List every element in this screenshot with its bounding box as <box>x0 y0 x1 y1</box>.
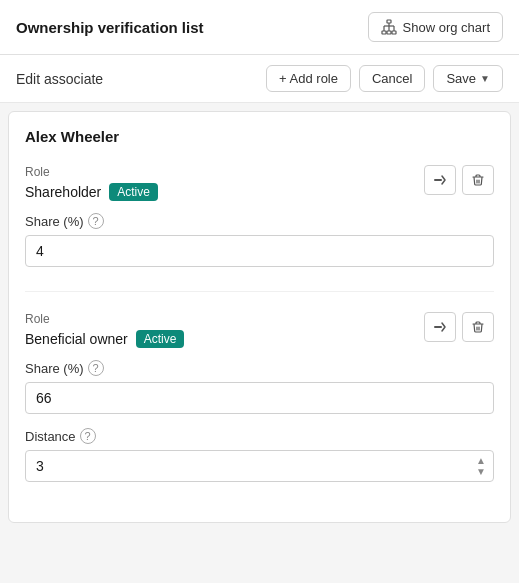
role-value-beneficial-owner: Beneficial owner <box>25 331 128 347</box>
svg-rect-10 <box>434 326 442 328</box>
share-help-icon-1: ? <box>88 213 104 229</box>
role-actions-shareholder <box>424 165 494 195</box>
share-field-label-1: Share (%) <box>25 214 84 229</box>
clear-icon <box>433 173 447 187</box>
share-input-1[interactable] <box>25 235 494 267</box>
distance-help-icon: ? <box>80 428 96 444</box>
role-header-shareholder: Role Shareholder Active <box>25 165 494 201</box>
svg-rect-1 <box>382 31 386 34</box>
share-label-row-2: Share (%) ? <box>25 360 494 376</box>
clear-role-button-beneficial-owner[interactable] <box>424 312 456 342</box>
role-block-beneficial-owner: Role Beneficial owner Active <box>25 312 494 482</box>
role-label-beneficial-owner: Role <box>25 312 184 326</box>
toolbar-actions: + Add role Cancel Save ▼ <box>266 65 503 92</box>
cancel-label: Cancel <box>372 71 412 86</box>
share-label-row-1: Share (%) ? <box>25 213 494 229</box>
distance-select[interactable]: 3 1 2 4 5 <box>25 450 494 482</box>
distance-label-row: Distance ? <box>25 428 494 444</box>
divider <box>25 291 494 292</box>
delete-role-button-shareholder[interactable] <box>462 165 494 195</box>
trash-icon-2 <box>471 320 485 334</box>
status-badge-beneficial-owner: Active <box>136 330 185 348</box>
distance-field-label: Distance <box>25 429 76 444</box>
associate-name: Alex Wheeler <box>25 128 494 145</box>
share-help-icon-2: ? <box>88 360 104 376</box>
svg-rect-3 <box>392 31 396 34</box>
toolbar: Edit associate + Add role Cancel Save ▼ <box>0 55 519 103</box>
role-actions-beneficial-owner <box>424 312 494 342</box>
cancel-button[interactable]: Cancel <box>359 65 425 92</box>
add-role-button[interactable]: + Add role <box>266 65 351 92</box>
role-info-beneficial-owner: Role Beneficial owner Active <box>25 312 184 348</box>
save-label: Save <box>446 71 476 86</box>
role-block-shareholder: Role Shareholder Active <box>25 165 494 267</box>
svg-rect-2 <box>387 31 391 34</box>
svg-rect-9 <box>434 179 442 181</box>
save-chevron-icon: ▼ <box>480 73 490 84</box>
svg-rect-0 <box>387 20 391 23</box>
role-info-shareholder: Role Shareholder Active <box>25 165 158 201</box>
role-label-shareholder: Role <box>25 165 158 179</box>
trash-icon <box>471 173 485 187</box>
edit-associate-label: Edit associate <box>16 71 103 87</box>
save-button[interactable]: Save ▼ <box>433 65 503 92</box>
page-wrapper: Ownership verification list Show org cha… <box>0 0 519 523</box>
add-role-label: + Add role <box>279 71 338 86</box>
share-input-2[interactable] <box>25 382 494 414</box>
header: Ownership verification list Show org cha… <box>0 0 519 55</box>
page-title: Ownership verification list <box>16 19 204 36</box>
org-chart-icon <box>381 19 397 35</box>
role-value-row-shareholder: Shareholder Active <box>25 183 158 201</box>
status-badge-shareholder: Active <box>109 183 158 201</box>
show-org-chart-button[interactable]: Show org chart <box>368 12 503 42</box>
clear-icon-2 <box>433 320 447 334</box>
delete-role-button-beneficial-owner[interactable] <box>462 312 494 342</box>
distance-select-wrapper: 3 1 2 4 5 ▲ ▼ <box>25 450 494 482</box>
clear-role-button-shareholder[interactable] <box>424 165 456 195</box>
org-chart-button-label: Show org chart <box>403 20 490 35</box>
content-panel: Alex Wheeler Role Shareholder Active <box>8 111 511 523</box>
role-value-shareholder: Shareholder <box>25 184 101 200</box>
role-value-row-beneficial-owner: Beneficial owner Active <box>25 330 184 348</box>
share-field-label-2: Share (%) <box>25 361 84 376</box>
role-header-beneficial-owner: Role Beneficial owner Active <box>25 312 494 348</box>
